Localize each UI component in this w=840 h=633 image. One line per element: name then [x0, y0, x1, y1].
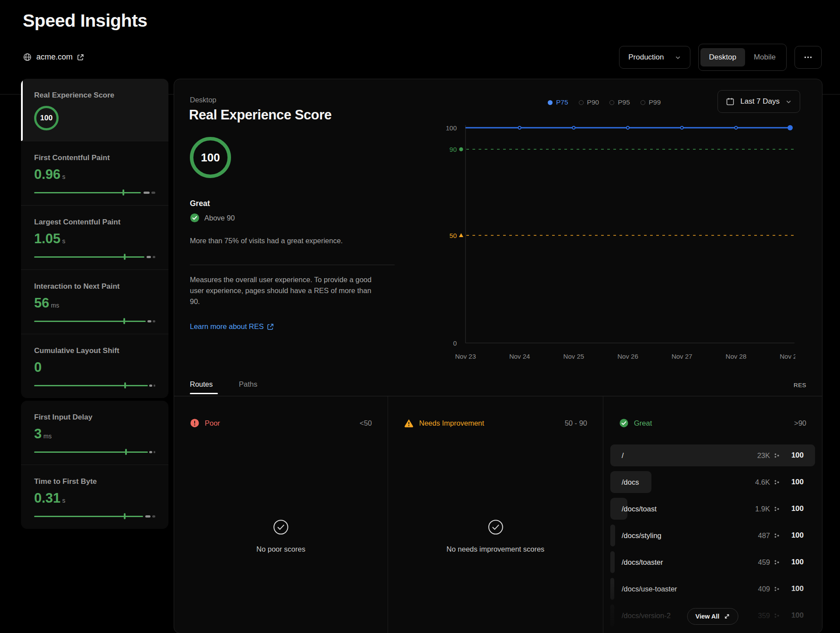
legend-label: P99 [649, 98, 661, 106]
data-point[interactable] [735, 126, 737, 129]
route-row[interactable]: /docs4.6K100 [610, 471, 815, 493]
x-tick-label: Nov 24 [509, 353, 530, 360]
route-row[interactable]: /docs/toast1.9K100 [610, 498, 815, 520]
ellipsis-icon [804, 56, 812, 59]
bucket-great-header: Great >90 [603, 396, 822, 428]
data-point[interactable] [680, 126, 683, 129]
summary-score-value: 100 [201, 151, 220, 164]
metric-value: 0.31s [34, 490, 155, 506]
calendar-icon [726, 97, 735, 106]
environment-label: Production [628, 53, 664, 62]
status-label: Great [190, 199, 210, 208]
route-score: 100 [784, 451, 804, 460]
y-tick-label: 90 [449, 146, 457, 153]
route-row[interactable]: /docs/styling487100 [610, 525, 815, 546]
view-all-button[interactable]: View All [687, 608, 738, 625]
date-range-label: Last 7 Days [740, 97, 780, 106]
metric-card-time-to-first-byte[interactable]: Time to First Byte0.31s [21, 465, 168, 529]
route-metrics: 459100 [758, 558, 804, 567]
environment-select[interactable]: Production [619, 46, 690, 69]
legend-label: P75 [556, 98, 568, 106]
metric-card-largest-contentful-paint[interactable]: Largest Contentful Paint1.05s [21, 205, 168, 269]
metric-value: 56ms [34, 295, 155, 311]
route-path: /docs/use-toaster [622, 585, 677, 593]
route-metrics: 1.9K100 [755, 504, 804, 513]
samples-dots-icon [774, 479, 780, 485]
metric-card-cumulative-layout-shift[interactable]: Cumulative Layout Shift0 [21, 334, 168, 398]
route-path: /docs/toaster [622, 558, 663, 567]
route-score: 100 [784, 584, 804, 593]
status-detail: Above 90 [204, 214, 235, 222]
route-path: /docs/version-2 [622, 612, 671, 620]
date-range-select[interactable]: Last 7 Days [718, 90, 800, 113]
bucket-poor-label: Poor [205, 419, 220, 427]
route-path: /docs [622, 478, 639, 486]
tab-paths[interactable]: Paths [239, 380, 257, 388]
data-point[interactable] [518, 126, 521, 129]
metric-distribution-bar [34, 513, 155, 519]
bucket-poor-range: <50 [360, 419, 372, 427]
device-mobile-button[interactable]: Mobile [745, 48, 784, 66]
tab-routes[interactable]: Routes [190, 380, 213, 388]
route-score: 100 [784, 531, 804, 540]
bucket-needs-label: Needs Improvement [419, 419, 484, 427]
metric-card-first-input-delay[interactable]: First Input Delay3ms [21, 401, 168, 465]
metric-description: Measures the overall user experience. To… [190, 274, 377, 307]
bucket-poor: Poor <50 No poor scores [174, 396, 388, 633]
metric-card-real-experience-score[interactable]: Real Experience Score 100 [21, 79, 168, 141]
route-traffic-bar [610, 551, 615, 573]
metric-value: 0.96s [34, 167, 155, 182]
external-link-icon [267, 323, 274, 330]
chevron-down-icon [675, 54, 681, 61]
view-all-label: View All [696, 613, 720, 620]
legend-p95[interactable]: P95 [609, 98, 630, 106]
route-row[interactable]: /23K100 [610, 444, 815, 466]
check-circle-icon [273, 519, 289, 535]
route-score: 100 [784, 611, 804, 620]
metric-distribution-bar [34, 318, 155, 324]
bucket-needs-header: Needs Improvement 50 - 90 [388, 396, 603, 428]
legend-p75[interactable]: P75 [548, 98, 568, 106]
data-point[interactable] [626, 126, 629, 129]
x-tick-label: Nov 26 [617, 353, 638, 360]
bucket-poor-header: Poor <50 [174, 396, 388, 428]
route-metrics: 359100 [758, 611, 804, 620]
device-context-label: Desktop [190, 96, 217, 104]
header-controls: Production Desktop Mobile [619, 44, 822, 71]
legend-p90[interactable]: P90 [579, 98, 599, 106]
page-title: Speed Insights [23, 10, 147, 31]
metrics-sidebar-secondary: First Input Delay3msTime to First Byte0.… [21, 401, 168, 529]
route-sample-count: 1.9K [755, 505, 770, 513]
route-sample-count: 459 [758, 558, 770, 567]
metric-card-first-contentful-paint[interactable]: First Contentful Paint0.96s [21, 141, 168, 205]
device-desktop-button[interactable]: Desktop [700, 48, 745, 66]
data-point-last[interactable] [788, 125, 793, 130]
metric-title: Interaction to Next Paint [34, 270, 155, 291]
summary-title: Real Experience Score [189, 107, 332, 123]
res-score-ring: 100 [34, 106, 59, 130]
data-point[interactable] [572, 126, 575, 129]
y-tick-label: 100 [446, 124, 457, 132]
res-trend-chart: 05090100Nov 23Nov 24Nov 25Nov 26Nov 27No… [437, 119, 795, 372]
samples-dots-icon [774, 453, 780, 458]
x-tick-label: Nov 27 [672, 353, 693, 360]
legend-dot-outline [579, 100, 584, 105]
metric-title: Time to First Byte [34, 465, 155, 486]
learn-more-label: Learn more about RES [190, 322, 264, 331]
learn-more-link[interactable]: Learn more about RES [190, 322, 274, 331]
metric-card-interaction-to-next-paint[interactable]: Interaction to Next Paint56ms [21, 269, 168, 334]
y-tick-label: 0 [453, 339, 457, 347]
route-sample-count: 409 [758, 585, 770, 593]
main-panel: Desktop Real Experience Score 100 Great … [174, 79, 822, 633]
legend-dot-outline [609, 100, 614, 105]
legend-p99[interactable]: P99 [640, 98, 661, 106]
route-score: 100 [784, 558, 804, 567]
samples-dots-icon [774, 613, 780, 619]
more-menu-button[interactable] [794, 46, 822, 69]
metrics-sidebar-primary: Real Experience Score 100 First Contentf… [21, 79, 168, 398]
domain-link[interactable]: acme.com [23, 52, 84, 62]
route-row[interactable]: /docs/toaster459100 [610, 551, 815, 573]
metric-value: 3ms [34, 426, 155, 442]
route-row[interactable]: /docs/use-toaster409100 [610, 578, 815, 600]
route-metrics: 409100 [758, 584, 804, 593]
